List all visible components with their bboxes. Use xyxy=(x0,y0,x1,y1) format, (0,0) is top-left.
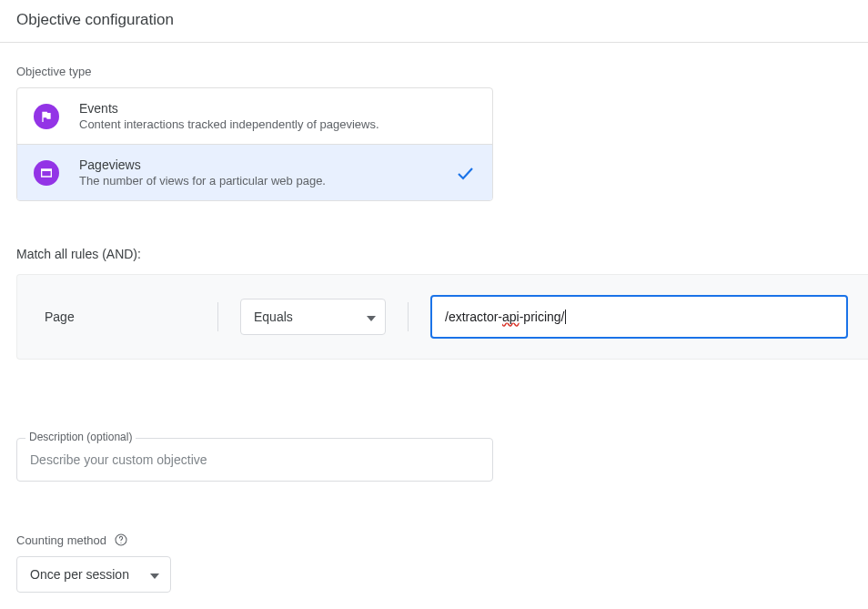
description-input[interactable]: Describe your custom objective xyxy=(16,438,493,482)
objective-type-label: Objective type xyxy=(16,65,852,78)
description-placeholder: Describe your custom objective xyxy=(30,452,207,467)
counting-method-value: Once per session xyxy=(30,567,129,582)
objective-type-events-desc: Content interactions tracked independent… xyxy=(79,117,476,131)
counting-method-select[interactable]: Once per session xyxy=(16,556,171,593)
separator xyxy=(408,302,409,331)
objective-type-pageviews-text: Pageviews The number of views for a part… xyxy=(79,157,434,188)
objective-type-pageviews-title: Pageviews xyxy=(79,157,434,172)
objective-type-list: Events Content interactions tracked inde… xyxy=(16,87,493,201)
objective-type-events[interactable]: Events Content interactions tracked inde… xyxy=(17,88,492,144)
separator xyxy=(217,302,218,331)
rule-value-text-post: -pricing/ xyxy=(520,310,565,324)
chevron-down-icon xyxy=(150,567,159,582)
counting-method-label: Counting method xyxy=(16,533,106,547)
objective-type-events-title: Events xyxy=(79,101,476,116)
page-title: Objective configuration xyxy=(16,11,174,28)
rule-operator-value: Equals xyxy=(254,310,293,324)
svg-point-1 xyxy=(120,543,121,543)
counting-method-section: Counting method Once per session xyxy=(16,533,852,593)
description-legend: Description (optional) xyxy=(25,431,136,443)
flag-icon xyxy=(34,104,59,129)
description-field[interactable]: Description (optional) Describe your cus… xyxy=(16,438,493,482)
pageview-icon xyxy=(34,160,59,186)
objective-type-pageviews-desc: The number of views for a particular web… xyxy=(79,174,434,188)
rule-value-input[interactable]: /extractor-api-pricing/ xyxy=(430,295,848,339)
content-area: Objective type Events Content interactio… xyxy=(0,43,868,609)
rule-field-label: Page xyxy=(45,310,217,324)
rule-value-text-pre: /extractor- xyxy=(445,310,502,324)
objective-type-pageviews[interactable]: Pageviews The number of views for a part… xyxy=(17,144,492,200)
match-rules-label: Match all rules (AND): xyxy=(16,247,852,261)
help-icon[interactable] xyxy=(114,533,128,547)
rule-operator-select[interactable]: Equals xyxy=(240,299,386,335)
counting-method-label-row: Counting method xyxy=(16,533,852,547)
check-icon xyxy=(454,162,476,184)
rule-row: Page Equals /extractor-api-pricing/ xyxy=(16,274,868,360)
chevron-down-icon xyxy=(367,310,376,324)
page-header: Objective configuration xyxy=(0,0,868,43)
text-caret xyxy=(565,310,566,324)
objective-type-events-text: Events Content interactions tracked inde… xyxy=(79,101,476,131)
rule-value-text-spell: api xyxy=(502,310,520,324)
